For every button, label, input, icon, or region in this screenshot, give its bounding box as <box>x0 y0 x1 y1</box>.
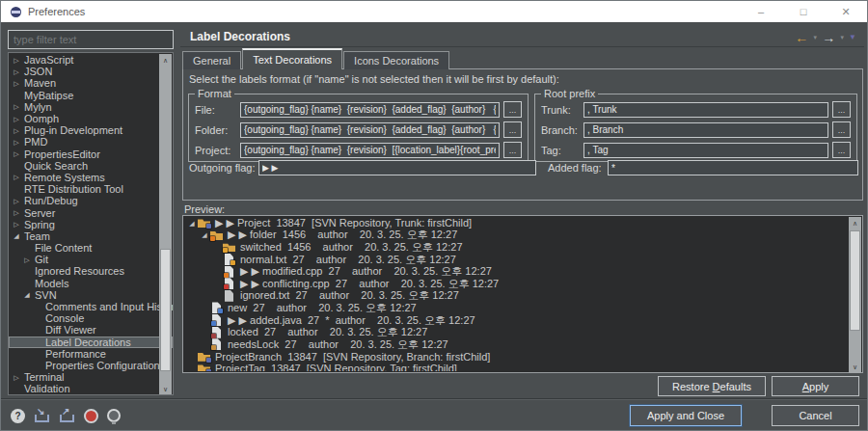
root-prefix-trunk-input[interactable] <box>583 102 828 118</box>
tree-expander-icon[interactable]: ▷ <box>11 198 22 204</box>
browse-button[interactable]: ... <box>832 121 851 138</box>
root-prefix-branch-input[interactable] <box>583 122 828 138</box>
added-flag-input[interactable] <box>608 160 858 175</box>
sidebar-item-remote-systems[interactable]: ▷Remote Systems <box>9 172 173 183</box>
scroll-down-icon[interactable]: ∨ <box>849 361 861 373</box>
forward-menu-caret-icon[interactable]: ▼ <box>839 35 845 40</box>
back-arrow-icon[interactable]: ← <box>795 31 808 44</box>
apply-and-close-button[interactable]: Apply and Close <box>630 405 742 426</box>
sidebar-item-javascript[interactable]: ▷JavaScript <box>9 54 173 66</box>
tree-expander-icon[interactable]: ▷ <box>11 103 22 110</box>
maximize-button[interactable]: □ <box>782 1 825 22</box>
export-preferences-icon[interactable] <box>59 409 75 422</box>
bottom-icons: ? <box>11 404 121 427</box>
preview-row[interactable]: needsLock 27 author 20. 3. 25. 오후 12:27 <box>184 338 849 351</box>
tree-expander-icon[interactable]: ▷ <box>21 256 33 263</box>
sidebar-item-diff-viewer[interactable]: Diff Viewer <box>9 324 173 336</box>
preview-row[interactable]: ProjectBranch 13847 [SVN Repository, Bra… <box>184 351 849 364</box>
tab-general[interactable]: General <box>182 51 241 69</box>
sidebar-item-performance[interactable]: Performance <box>9 348 173 360</box>
sidebar-item-label: Comments and Input History <box>43 301 174 312</box>
tree-expander-icon[interactable]: ▷ <box>11 150 22 157</box>
help-icon[interactable]: ? <box>11 409 25 423</box>
scrollbar-thumb[interactable] <box>160 249 171 371</box>
sidebar-item-label: Console <box>43 312 86 324</box>
sidebar-item-quick-search[interactable]: Quick Search <box>9 160 173 172</box>
sidebar-item-file-content[interactable]: File Content <box>9 242 173 254</box>
tree-expander-icon[interactable]: ◢ <box>11 232 22 239</box>
browse-button[interactable]: ... <box>503 142 522 158</box>
sidebar-item-mylyn[interactable]: ▷Mylyn <box>9 101 173 113</box>
sidebar-item-plug-in-development[interactable]: ▷Plug-in Development <box>9 124 173 136</box>
sidebar-item-svn[interactable]: ◢SVN <box>9 289 173 301</box>
tree-expander-icon[interactable]: ▷ <box>11 68 22 75</box>
lightbulb-icon[interactable] <box>107 409 121 422</box>
tree-expander-icon[interactable]: ◢ <box>21 291 33 298</box>
filter-input[interactable] <box>8 30 174 49</box>
tab-text-decorations[interactable]: Text Decorations <box>242 48 342 69</box>
close-button[interactable]: ✕ <box>825 1 867 22</box>
sidebar-item-comments-and-input-history[interactable]: Comments and Input History <box>9 301 173 312</box>
scroll-up-icon[interactable]: ∧ <box>159 54 172 67</box>
cancel-button[interactable]: Cancel <box>772 405 859 426</box>
browse-button[interactable]: ... <box>503 121 522 138</box>
tree-expander-icon[interactable]: ▷ <box>11 221 22 228</box>
sidebar-item-mybatipse[interactable]: MyBatipse <box>9 90 173 101</box>
browse-button[interactable]: ... <box>832 101 851 118</box>
sidebar-item-rte-distribution-tool[interactable]: RTE Distribution Tool <box>9 183 173 195</box>
tree-expander-icon[interactable]: ▷ <box>11 374 22 381</box>
format-project-input[interactable] <box>240 143 500 158</box>
sidebar-item-maven[interactable]: ▷Maven <box>9 77 173 89</box>
added-icon <box>210 314 224 326</box>
scroll-up-icon[interactable]: ∧ <box>849 217 861 229</box>
tab-icons-decorations[interactable]: Icons Decorations <box>343 51 449 69</box>
minimize-button[interactable]: – <box>740 1 782 22</box>
root-prefix-tag-input[interactable] <box>583 143 828 158</box>
sidebar-item-ignored-resources[interactable]: Ignored Resources <box>9 265 173 277</box>
button-accel: A <box>802 381 809 392</box>
tree-expander-icon[interactable]: ▷ <box>11 139 22 146</box>
sidebar-item-pmd[interactable]: ▷PMD <box>9 136 173 148</box>
sidebar-item-server[interactable]: ▷Server <box>9 206 173 218</box>
tree-expander-icon[interactable]: ▷ <box>11 116 22 122</box>
view-menu-icon[interactable]: ▼ <box>849 33 856 41</box>
outgoing-flag-input[interactable] <box>258 160 536 175</box>
tree-expander-icon[interactable]: ▷ <box>11 57 22 64</box>
sidebar-item-models[interactable]: Models <box>9 278 173 289</box>
import-preferences-icon[interactable] <box>34 409 50 422</box>
sidebar-scrollbar[interactable]: ∧ ∨ <box>159 54 172 395</box>
scrollbar-thumb[interactable] <box>850 230 860 331</box>
sidebar-item-json[interactable]: ▷JSON <box>9 66 173 77</box>
preference-recorder-icon[interactable] <box>84 409 98 423</box>
browse-button[interactable]: ... <box>832 142 851 158</box>
format-folder-input[interactable] <box>240 122 500 138</box>
sidebar-item-run-debug[interactable]: ▷Run/Debug <box>9 195 173 206</box>
format-file-input[interactable] <box>240 102 500 118</box>
browse-button[interactable]: ... <box>503 101 522 118</box>
tree-expander-icon[interactable]: ◢ <box>186 220 198 227</box>
sidebar-item-propertieseditor[interactable]: ▷PropertiesEditor <box>9 148 173 160</box>
restore-defaults-button[interactable]: Restore Defaults <box>658 376 766 396</box>
tree-expander-icon[interactable]: ▷ <box>11 127 22 134</box>
sidebar-item-team[interactable]: ◢Team <box>9 230 173 242</box>
tree-expander-icon[interactable]: ◢ <box>199 231 210 238</box>
sidebar-item-console[interactable]: Console <box>9 312 173 324</box>
page-header: Label Decorations ← ▼ → ▼ ▼ <box>180 27 864 47</box>
sidebar-item-oomph[interactable]: ▷Oomph <box>9 113 173 124</box>
normal-icon <box>223 254 236 265</box>
sidebar-item-terminal[interactable]: ▷Terminal <box>9 371 173 383</box>
sidebar-item-label-decorations[interactable]: Label Decorations <box>9 337 173 348</box>
preview-scrollbar[interactable]: ∧ ∨ <box>849 217 861 373</box>
preview-row[interactable]: ProjectTag 13847 [SVN Repository, Tag: f… <box>184 363 849 371</box>
back-menu-caret-icon[interactable]: ▼ <box>812 35 818 40</box>
tree-expander-icon[interactable]: ▷ <box>11 80 22 87</box>
sidebar-item-git[interactable]: ▷Git <box>9 254 173 265</box>
tree-expander-icon[interactable]: ▷ <box>11 209 22 216</box>
tree-expander-icon[interactable]: ▷ <box>11 174 22 180</box>
forward-arrow-icon[interactable]: → <box>822 31 835 44</box>
sidebar-item-spring[interactable]: ▷Spring <box>9 219 173 230</box>
sidebar-item-validation[interactable]: Validation <box>9 383 173 394</box>
apply-button[interactable]: Apply <box>772 376 859 396</box>
scroll-down-icon[interactable]: ∨ <box>159 383 172 395</box>
sidebar-item-properties-configuration[interactable]: Properties Configuration <box>9 360 173 371</box>
